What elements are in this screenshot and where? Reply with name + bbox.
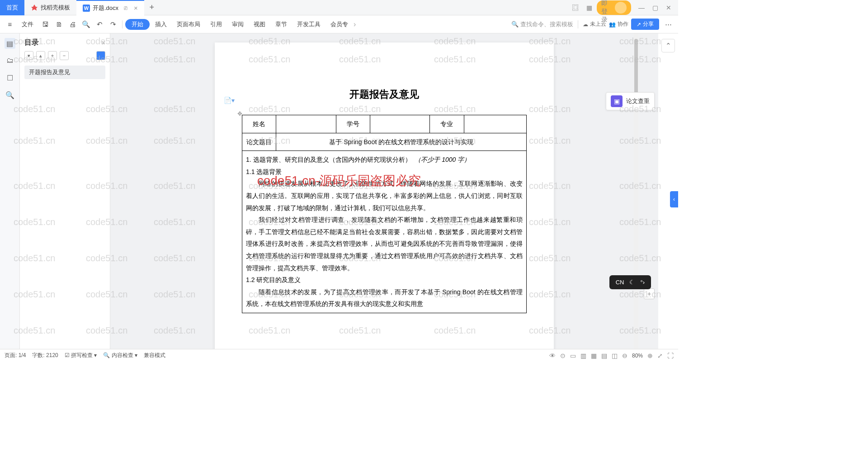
view-web-icon[interactable]: ▦ bbox=[591, 352, 597, 359]
outline-icon[interactable]: ▤ bbox=[5, 38, 15, 49]
word-icon: W bbox=[83, 5, 90, 12]
saveas-icon[interactable]: 🗎 bbox=[52, 18, 65, 31]
window-close-icon[interactable]: ✕ bbox=[663, 2, 675, 14]
document-title: 开题报告及意见 bbox=[242, 88, 527, 101]
template-icon[interactable]: 🗂 bbox=[5, 55, 15, 66]
add-note-icon[interactable]: + bbox=[644, 288, 655, 299]
login-button[interactable]: 立即登录 bbox=[597, 0, 631, 15]
menu-icon[interactable]: ≡ bbox=[4, 18, 16, 31]
move-handle-icon[interactable]: ✥ bbox=[237, 110, 242, 117]
outline-close-icon[interactable]: × bbox=[101, 39, 105, 47]
plagiarism-check-button[interactable]: ▣ 论文查重 bbox=[606, 92, 655, 110]
ribbon-start[interactable]: 开始 bbox=[125, 19, 150, 30]
spellcheck-toggle[interactable]: ☑ 拼写检查 ▾ bbox=[65, 352, 97, 359]
add-heading-icon[interactable]: + bbox=[48, 51, 57, 60]
expand-all-icon[interactable]: ▴ bbox=[36, 51, 45, 60]
command-search[interactable]: 🔍 查找命令、搜索模板 bbox=[511, 20, 573, 28]
zoom-level[interactable]: 80% bbox=[632, 353, 643, 359]
outline-item[interactable]: 开题报告及意见 bbox=[24, 66, 105, 79]
zoom-in-icon[interactable]: ⊕ bbox=[647, 352, 653, 359]
ribbon-review[interactable]: 审阅 bbox=[227, 20, 248, 28]
apps-icon[interactable]: ▦ bbox=[583, 2, 595, 14]
page-indicator[interactable]: 页面: 1/4 bbox=[5, 352, 26, 359]
word-count[interactable]: 字数: 2120 bbox=[32, 352, 58, 359]
ribbon-insert[interactable]: 插入 bbox=[151, 20, 171, 28]
maximize-icon[interactable]: ▢ bbox=[649, 2, 661, 14]
ribbon-view[interactable]: 视图 bbox=[249, 20, 270, 28]
compat-mode[interactable]: 兼容模式 bbox=[144, 352, 165, 359]
ribbon-member[interactable]: 会员专 bbox=[326, 20, 353, 28]
ai-assistant-icon[interactable] bbox=[96, 51, 105, 60]
remove-heading-icon[interactable]: − bbox=[60, 51, 69, 60]
add-tab-button[interactable]: + bbox=[144, 3, 160, 12]
save-icon[interactable]: 🖫 bbox=[39, 18, 52, 31]
content-check[interactable]: 🔍 内容检查 ▾ bbox=[103, 352, 137, 359]
view-outline-icon[interactable]: ▥ bbox=[580, 352, 586, 359]
tab-template[interactable]: 找稻壳模板 bbox=[24, 0, 76, 15]
collapse-panel-icon[interactable]: ⌃ bbox=[661, 39, 675, 52]
print-icon[interactable]: 🖨 bbox=[66, 18, 79, 31]
focus-icon[interactable]: ⊙ bbox=[560, 352, 566, 359]
tab-document[interactable]: W 开题.docx ⎚ × bbox=[76, 0, 144, 15]
undo-icon[interactable]: ↶ bbox=[93, 18, 106, 31]
preview-icon[interactable]: 🔍 bbox=[80, 18, 92, 31]
share-button[interactable]: ↗ 分享 bbox=[631, 19, 659, 30]
docer-icon bbox=[31, 4, 38, 11]
fit-icon[interactable]: ⤢ bbox=[657, 352, 663, 359]
vertical-scrollbar[interactable] bbox=[634, 33, 638, 349]
ribbon-layout[interactable]: 页面布局 bbox=[172, 20, 205, 28]
zoom-out-icon[interactable]: ⊖ bbox=[622, 352, 627, 359]
fullscreen-icon[interactable]: ⛶ bbox=[667, 352, 674, 359]
collapse-all-icon[interactable]: ▾ bbox=[24, 51, 33, 60]
document-area[interactable]: 📄▾ ✥ 开题报告及意见 姓名 学号 专业 论文题目 基于 Spring Boo… bbox=[110, 33, 658, 349]
bookmark-icon[interactable]: ☐ bbox=[5, 72, 15, 83]
more-icon[interactable]: ⋯ bbox=[662, 18, 675, 31]
pin-icon[interactable]: ⎚ bbox=[124, 5, 127, 11]
layout-icon[interactable]: ⿴ bbox=[570, 2, 581, 14]
view-page-icon[interactable]: ▭ bbox=[570, 352, 576, 359]
info-table: 姓名 学号 专业 论文题目 基于 Spring Boot 的在线文档管理系统的设… bbox=[242, 115, 527, 313]
document-page: 📄▾ ✥ 开题报告及意见 姓名 学号 专业 论文题目 基于 Spring Boo… bbox=[215, 42, 554, 349]
avatar-icon bbox=[615, 2, 627, 14]
ime-chevron-icon: °› bbox=[640, 279, 645, 286]
side-drawer-icon[interactable]: ‹ bbox=[670, 191, 678, 207]
tab-home[interactable]: 首页 bbox=[0, 0, 24, 15]
svg-text:W: W bbox=[84, 5, 89, 11]
moon-icon: ☾ bbox=[629, 279, 635, 286]
search-icon[interactable]: 🔍 bbox=[5, 89, 15, 100]
page-indicator-icon: 📄▾ bbox=[224, 97, 235, 104]
file-menu[interactable]: 文件 bbox=[17, 20, 38, 28]
redo-icon[interactable]: ↷ bbox=[107, 18, 119, 31]
ime-indicator[interactable]: CN ☾ °› bbox=[609, 275, 651, 289]
eye-icon[interactable]: 👁 bbox=[549, 352, 556, 359]
outline-title: 目录 bbox=[24, 38, 39, 47]
shield-icon: ▣ bbox=[611, 95, 623, 107]
ruler-icon[interactable]: ◫ bbox=[612, 352, 618, 359]
ribbon-devtools[interactable]: 开发工具 bbox=[292, 20, 325, 28]
minimize-icon[interactable]: — bbox=[636, 2, 647, 14]
view-read-icon[interactable]: ▤ bbox=[601, 352, 607, 359]
close-icon[interactable]: × bbox=[134, 4, 138, 12]
ribbon-section[interactable]: 章节 bbox=[271, 20, 292, 28]
ribbon-reference[interactable]: 引用 bbox=[206, 20, 226, 28]
